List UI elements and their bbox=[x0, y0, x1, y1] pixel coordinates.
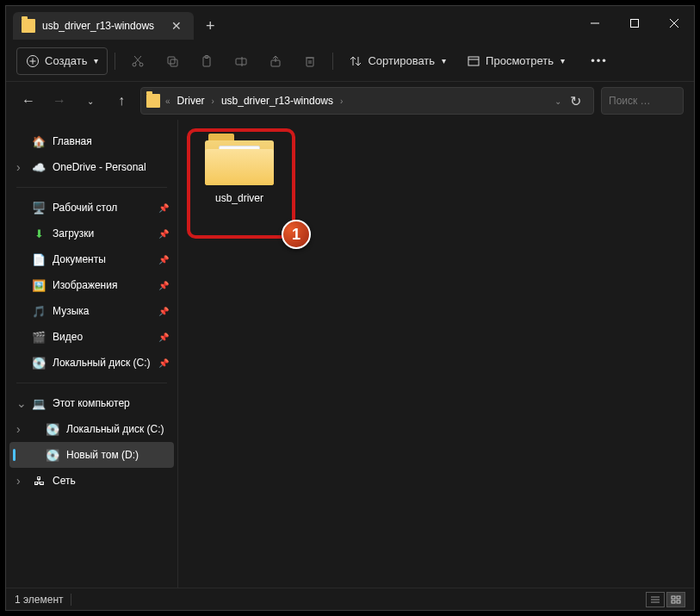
folder-label: usb_driver bbox=[215, 192, 263, 204]
svg-point-8 bbox=[139, 63, 143, 66]
svg-rect-15 bbox=[236, 59, 246, 65]
status-item-count: 1 элемент bbox=[15, 594, 64, 606]
sidebar-label: Локальный диск (C:) bbox=[66, 423, 164, 435]
address-bar-row: ← → ⌄ ↑ « Driver › usb_driver_r13-window… bbox=[6, 82, 694, 120]
view-icons-button[interactable] bbox=[666, 592, 685, 607]
breadcrumb[interactable]: « Driver › usb_driver_r13-windows › ⌄ ↻ bbox=[140, 87, 594, 115]
sidebar-item-network[interactable]: 🖧Сеть bbox=[6, 468, 177, 494]
titlebar: usb_driver_r13-windows ✕ + bbox=[6, 6, 694, 40]
sidebar-label: Этот компьютер bbox=[53, 397, 130, 409]
pc-icon: 💻 bbox=[32, 396, 46, 410]
picture-icon: 🖼️ bbox=[32, 278, 46, 292]
copy-button[interactable] bbox=[157, 47, 188, 75]
svg-rect-12 bbox=[170, 59, 177, 66]
view-details-button[interactable] bbox=[646, 592, 665, 607]
cloud-icon: ☁️ bbox=[32, 160, 46, 174]
pin-icon: 📌 bbox=[158, 333, 169, 342]
view-label: Просмотреть bbox=[486, 54, 554, 67]
desktop-icon: 🖥️ bbox=[32, 201, 46, 215]
annotation-callout-1: 1 bbox=[282, 220, 311, 249]
sidebar-label: Изображения bbox=[53, 279, 117, 291]
svg-line-9 bbox=[135, 56, 141, 63]
sidebar-label: OneDrive - Personal bbox=[53, 161, 146, 173]
sidebar-item-videos[interactable]: 🎬Видео📌 bbox=[6, 324, 177, 350]
chevron-down-icon: ▾ bbox=[442, 56, 446, 65]
item-grid: usb_driver bbox=[192, 134, 680, 204]
sidebar-item-downloads[interactable]: ⬇Загрузки📌 bbox=[6, 221, 177, 246]
window-controls bbox=[575, 6, 694, 40]
pin-icon: 📌 bbox=[158, 307, 169, 316]
sidebar-item-new-volume-d[interactable]: 💽Новый том (D:) bbox=[9, 442, 174, 468]
pin-icon: 📌 bbox=[158, 229, 169, 239]
svg-point-7 bbox=[133, 63, 136, 66]
sidebar-item-pictures[interactable]: 🖼️Изображения📌 bbox=[6, 272, 177, 298]
drive-icon: 💽 bbox=[32, 356, 46, 370]
folder-item-usb-driver[interactable]: usb_driver bbox=[192, 134, 287, 204]
sidebar-item-this-pc[interactable]: 💻Этот компьютер bbox=[6, 390, 177, 416]
svg-rect-30 bbox=[672, 596, 675, 599]
separator bbox=[332, 53, 333, 70]
create-button[interactable]: Создать ▾ bbox=[16, 47, 108, 75]
sidebar-item-onedrive[interactable]: ☁️OneDrive - Personal bbox=[6, 154, 177, 180]
close-window-button[interactable] bbox=[654, 6, 694, 40]
sort-button[interactable]: Сортировать ▾ bbox=[340, 47, 455, 75]
sidebar-label: Рабочий стол bbox=[53, 202, 117, 214]
more-button[interactable]: ••• bbox=[584, 47, 615, 75]
tab-active[interactable]: usb_driver_r13-windows ✕ bbox=[13, 12, 194, 40]
paste-button[interactable] bbox=[191, 47, 222, 75]
view-switcher bbox=[646, 592, 685, 607]
cut-button[interactable] bbox=[122, 47, 153, 75]
breadcrumb-seg-driver[interactable]: Driver bbox=[174, 95, 208, 107]
search-input[interactable] bbox=[609, 95, 676, 107]
content-pane[interactable]: usb_driver 1 bbox=[178, 120, 694, 588]
up-button[interactable]: ↑ bbox=[109, 89, 133, 113]
refresh-icon[interactable]: ↻ bbox=[570, 93, 581, 109]
status-bar: 1 элемент bbox=[6, 588, 694, 610]
toolbar: Создать ▾ Сортировать ▾ Просмотреть ▾ ••… bbox=[6, 40, 694, 82]
sidebar-label: Документы bbox=[53, 253, 106, 265]
svg-rect-32 bbox=[672, 600, 675, 603]
sidebar-item-local-c[interactable]: 💽Локальный диск (C:)📌 bbox=[6, 350, 177, 376]
new-tab-button[interactable]: + bbox=[206, 17, 215, 35]
chevron-down-icon[interactable]: ⌄ bbox=[554, 96, 561, 106]
sidebar-label: Главная bbox=[53, 135, 92, 147]
separator bbox=[115, 53, 115, 70]
forward-button[interactable]: → bbox=[47, 89, 71, 113]
video-icon: 🎬 bbox=[32, 330, 46, 344]
close-tab-icon[interactable]: ✕ bbox=[168, 19, 185, 33]
folder-icon bbox=[205, 134, 274, 185]
recent-chevron[interactable]: ⌄ bbox=[78, 89, 102, 113]
sidebar-item-local-c-2[interactable]: 💽Локальный диск (C:) bbox=[6, 416, 177, 442]
svg-rect-19 bbox=[307, 58, 313, 66]
pin-icon: 📌 bbox=[158, 255, 169, 264]
sidebar-item-music[interactable]: 🎵Музыка📌 bbox=[6, 298, 177, 324]
callout-number: 1 bbox=[292, 226, 300, 244]
explorer-window: usb_driver_r13-windows ✕ + Создать ▾ Сор… bbox=[5, 5, 695, 611]
sidebar-item-home[interactable]: 🏠Главная bbox=[6, 128, 177, 154]
chevron-down-icon: ▾ bbox=[561, 56, 565, 65]
chevron-left-icon: « bbox=[165, 96, 170, 106]
minimize-button[interactable] bbox=[575, 6, 615, 40]
chevron-right-icon: › bbox=[212, 96, 214, 106]
back-button[interactable]: ← bbox=[16, 89, 40, 113]
pin-icon: 📌 bbox=[158, 358, 169, 368]
sidebar-item-desktop[interactable]: 🖥️Рабочий стол📌 bbox=[6, 195, 177, 221]
sidebar: 🏠Главная ☁️OneDrive - Personal 🖥️Рабочий… bbox=[6, 120, 178, 588]
chevron-right-icon: › bbox=[340, 96, 343, 106]
download-icon: ⬇ bbox=[32, 227, 46, 240]
view-button[interactable]: Просмотреть ▾ bbox=[458, 47, 573, 75]
tab-title: usb_driver_r13-windows bbox=[42, 20, 168, 32]
folder-icon bbox=[146, 94, 160, 108]
pin-icon: 📌 bbox=[158, 203, 169, 213]
sidebar-label: Новый том (D:) bbox=[66, 449, 139, 461]
search-box[interactable] bbox=[601, 87, 684, 115]
delete-button[interactable] bbox=[294, 47, 325, 75]
drive-icon: 💽 bbox=[46, 448, 59, 462]
breadcrumb-seg-current[interactable]: usb_driver_r13-windows bbox=[218, 95, 337, 107]
sidebar-item-documents[interactable]: 📄Документы📌 bbox=[6, 246, 177, 272]
create-label: Создать bbox=[45, 54, 87, 67]
sidebar-label: Видео bbox=[53, 331, 83, 343]
maximize-button[interactable] bbox=[615, 6, 654, 40]
share-button[interactable] bbox=[260, 47, 291, 75]
rename-button[interactable] bbox=[226, 47, 257, 75]
